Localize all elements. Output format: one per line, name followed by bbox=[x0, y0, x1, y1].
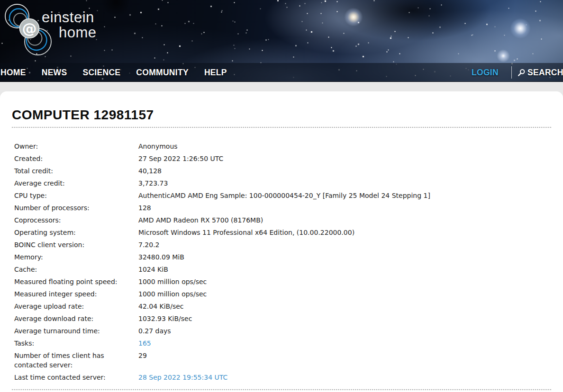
detail-label: Operating system: bbox=[14, 228, 137, 237]
page-title: COMPUTER 12981157 bbox=[12, 107, 551, 123]
detail-row: Created:27 Sep 2022 1:26:50 UTC bbox=[14, 152, 551, 165]
detail-row: BOINC client version:7.20.2 bbox=[14, 239, 551, 251]
detail-label: Average credit: bbox=[14, 178, 137, 188]
einstein-home-logo[interactable]: @ einstein home bbox=[3, 2, 108, 60]
detail-value: 1032.93 KiB/sec bbox=[138, 314, 551, 323]
detail-label: Total credit: bbox=[14, 166, 137, 176]
detail-label: Average turnaround time: bbox=[14, 326, 137, 336]
detail-value: 1024 KiB bbox=[138, 265, 551, 274]
detail-row: Average credit:3,723.73 bbox=[14, 177, 551, 189]
detail-value: 3,723.73 bbox=[138, 178, 551, 188]
bright-star-glow bbox=[344, 8, 363, 27]
detail-value-link[interactable]: 28 Sep 2022 19:55:34 UTC bbox=[138, 373, 551, 382]
detail-row: Measured floating point speed:1000 milli… bbox=[14, 276, 551, 288]
detail-row: Average download rate:1032.93 KiB/sec bbox=[14, 312, 551, 325]
detail-value: AMD AMD Radeon RX 5700 (8176MB) bbox=[138, 215, 551, 225]
star-field-decoration bbox=[0, 0, 0, 0]
logo-text-home: home bbox=[59, 24, 97, 41]
detail-value: 29 bbox=[138, 351, 551, 370]
detail-value: 32480.09 MiB bbox=[138, 252, 551, 262]
nav-item-help[interactable]: HELP bbox=[204, 63, 227, 82]
nav-divider bbox=[511, 66, 512, 79]
detail-row: Total credit:40,128 bbox=[14, 165, 551, 177]
detail-label: Number of times client has contacted ser… bbox=[14, 351, 137, 370]
page-background: COMPUTER 12981157 Owner:AnonymousCreated… bbox=[0, 82, 563, 392]
detail-value: 7.20.2 bbox=[138, 240, 551, 249]
detail-value: 27 Sep 2022 1:26:50 UTC bbox=[138, 154, 551, 163]
login-link[interactable]: LOGIN bbox=[472, 63, 499, 82]
detail-value: Microsoft Windows 11 Professional x64 Ed… bbox=[138, 228, 551, 237]
detail-value: Anonymous bbox=[138, 142, 551, 151]
computer-details-table: Owner:AnonymousCreated:27 Sep 2022 1:26:… bbox=[14, 140, 551, 383]
detail-label: BOINC client version: bbox=[14, 240, 137, 249]
search-icon bbox=[518, 69, 526, 77]
site-header: @ einstein home HOMENEWSSCIENCECOMMUNITY… bbox=[0, 0, 563, 82]
logo-at-symbol: @ bbox=[22, 20, 37, 37]
bright-star-glow bbox=[510, 18, 531, 39]
detail-label: Measured integer speed: bbox=[14, 289, 137, 299]
detail-row: Measured integer speed:1000 million ops/… bbox=[14, 288, 551, 300]
bright-star-glow bbox=[497, 49, 510, 62]
nav-item-news[interactable]: NEWS bbox=[42, 63, 67, 82]
detail-row: Memory:32480.09 MiB bbox=[14, 251, 551, 263]
detail-value: 0.27 days bbox=[138, 326, 551, 336]
nav-item-home[interactable]: HOME bbox=[0, 63, 26, 82]
detail-row: Coprocessors:AMD AMD Radeon RX 5700 (817… bbox=[14, 214, 551, 226]
detail-label: Measured floating point speed: bbox=[14, 277, 137, 286]
content-card: COMPUTER 12981157 Owner:AnonymousCreated… bbox=[0, 91, 563, 392]
detail-value: 1000 million ops/sec bbox=[138, 289, 551, 299]
detail-row: Average turnaround time:0.27 days bbox=[14, 325, 551, 337]
nav-item-community[interactable]: COMMUNITY bbox=[136, 63, 189, 82]
detail-label: Average download rate: bbox=[14, 314, 137, 323]
detail-row: Tasks:165 bbox=[14, 337, 551, 349]
detail-value: 128 bbox=[138, 203, 551, 213]
search-label: SEARCH bbox=[527, 68, 563, 78]
detail-label: Average upload rate: bbox=[14, 302, 137, 311]
detail-label: Last time contacted server: bbox=[14, 373, 137, 382]
detail-label: Cache: bbox=[14, 265, 137, 274]
detail-row: Last time contacted server:28 Sep 2022 1… bbox=[14, 371, 551, 383]
detail-value: 42.04 KiB/sec bbox=[138, 302, 551, 311]
detail-label: CPU type: bbox=[14, 191, 137, 200]
divider-top bbox=[12, 127, 551, 128]
detail-label: Owner: bbox=[14, 142, 137, 151]
detail-value: 40,128 bbox=[138, 166, 551, 176]
detail-row: Number of times client has contacted ser… bbox=[14, 349, 551, 371]
detail-label: Coprocessors: bbox=[14, 215, 137, 225]
detail-value: AuthenticAMD AMD Eng Sample: 100-0000004… bbox=[138, 191, 551, 200]
detail-row: Number of processors:128 bbox=[14, 202, 551, 214]
search-button[interactable]: SEARCH bbox=[518, 63, 563, 82]
detail-label: Created: bbox=[14, 154, 137, 163]
detail-label: Number of processors: bbox=[14, 203, 137, 213]
detail-row: CPU type:AuthenticAMD AMD Eng Sample: 10… bbox=[14, 189, 551, 202]
main-navbar: HOMENEWSSCIENCECOMMUNITYHELP LOGIN SEARC… bbox=[0, 63, 563, 82]
logo-text-einstein: einstein bbox=[42, 9, 94, 26]
divider-bottom bbox=[12, 389, 551, 390]
einstein-home-computer-page: { "header": { "logo": { "line1": "einste… bbox=[0, 0, 563, 392]
nav-item-science[interactable]: SCIENCE bbox=[82, 63, 120, 82]
detail-value-link[interactable]: 165 bbox=[138, 339, 551, 348]
detail-row: Owner:Anonymous bbox=[14, 140, 551, 152]
detail-label: Memory: bbox=[14, 252, 137, 262]
detail-label: Tasks: bbox=[14, 339, 137, 348]
detail-row: Operating system:Microsoft Windows 11 Pr… bbox=[14, 226, 551, 239]
detail-row: Cache:1024 KiB bbox=[14, 263, 551, 276]
nav-menu: HOMENEWSSCIENCECOMMUNITYHELP bbox=[0, 63, 243, 82]
detail-row: Average upload rate:42.04 KiB/sec bbox=[14, 300, 551, 312]
detail-value: 1000 million ops/sec bbox=[138, 277, 551, 286]
